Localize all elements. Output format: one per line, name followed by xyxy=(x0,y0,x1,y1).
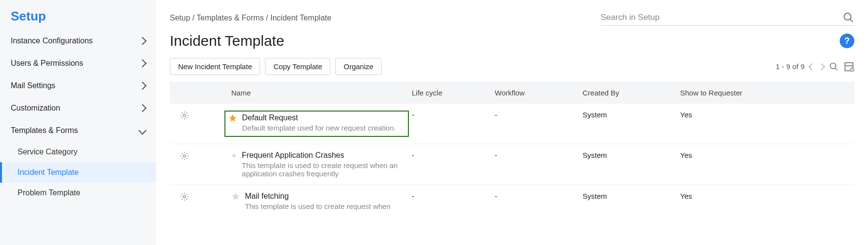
chevron-right-icon xyxy=(139,82,147,90)
star-outline-icon[interactable] xyxy=(231,151,237,160)
search-wrap xyxy=(601,10,854,26)
sidebar-item-label: Users & Permissions xyxy=(11,59,83,68)
sidebar-item-mail-settings[interactable]: Mail Settings xyxy=(0,75,156,97)
header-row: Incident Template ? xyxy=(170,33,854,49)
svg-point-2 xyxy=(830,63,836,69)
sidebar-item-label: Mail Settings xyxy=(11,81,56,90)
row-life-cycle: - xyxy=(409,111,492,119)
sidebar-item-label: Customization xyxy=(11,104,60,113)
sidebar-title: Setup xyxy=(0,9,156,30)
row-workflow: - xyxy=(492,192,580,200)
row-created-by: System xyxy=(580,192,677,200)
row-desc: This template is used to create request … xyxy=(242,161,406,178)
top-row: Setup / Templates & Forms / Incident Tem… xyxy=(170,10,854,26)
pager-next-icon[interactable] xyxy=(818,63,825,70)
table-row[interactable]: Default Request Default template used fo… xyxy=(170,104,854,144)
search-input[interactable] xyxy=(601,13,843,22)
sidebar-item-label: Instance Configurations xyxy=(11,37,93,45)
col-life-cycle[interactable]: Life cycle xyxy=(409,87,492,99)
col-created-by[interactable]: Created By xyxy=(580,87,677,99)
row-show-to-requester: Yes xyxy=(677,111,760,119)
sidebar-sub-service-category[interactable]: Service Category xyxy=(0,142,156,162)
row-show-to-requester: Yes xyxy=(677,192,760,200)
row-created-by: System xyxy=(580,111,677,119)
gear-icon[interactable] xyxy=(180,192,189,202)
svg-point-7 xyxy=(851,69,852,70)
chevron-down-icon xyxy=(139,127,147,135)
row-name: Default Request xyxy=(242,113,396,122)
page-title: Incident Template xyxy=(170,33,284,49)
sidebar-sub-label: Service Category xyxy=(18,148,78,156)
sidebar-sub-label: Incident Template xyxy=(18,168,79,177)
row-workflow: - xyxy=(492,111,580,119)
search-table-icon[interactable] xyxy=(829,62,839,72)
sidebar-sub-incident-template[interactable]: Incident Template xyxy=(0,162,156,183)
svg-line-3 xyxy=(835,68,838,70)
table-header: Name Life cycle Workflow Created By Show… xyxy=(170,82,854,104)
copy-template-button[interactable]: Copy Template xyxy=(265,58,330,75)
breadcrumb[interactable]: Setup / Templates & Forms / Incident Tem… xyxy=(170,14,331,22)
sidebar-item-customization[interactable]: Customization xyxy=(0,97,156,119)
gear-icon[interactable] xyxy=(180,111,189,120)
sidebar-item-templates-forms[interactable]: Templates & Forms xyxy=(0,119,156,142)
col-show-to-requester[interactable]: Show to Requester xyxy=(677,87,760,99)
pager-text: 1 - 9 of 9 xyxy=(776,62,805,71)
row-show-to-requester: Yes xyxy=(677,151,760,159)
svg-point-8 xyxy=(183,114,186,117)
table-settings-icon[interactable] xyxy=(844,61,854,72)
new-incident-template-button[interactable]: New Incident Template xyxy=(170,58,260,75)
svg-line-1 xyxy=(850,19,853,22)
toolbar-buttons: New Incident Template Copy Template Orga… xyxy=(170,58,382,75)
row-life-cycle: - xyxy=(409,192,492,200)
pager: 1 - 9 of 9 xyxy=(776,61,854,72)
col-workflow[interactable]: Workflow xyxy=(492,87,580,99)
svg-point-9 xyxy=(183,155,186,157)
sidebar-item-instance-configurations[interactable]: Instance Configurations xyxy=(0,30,156,52)
row-life-cycle: - xyxy=(409,151,492,159)
chevron-right-icon xyxy=(139,59,147,68)
toolbar: New Incident Template Copy Template Orga… xyxy=(170,58,854,75)
sidebar-item-users-permissions[interactable]: Users & Permissions xyxy=(0,52,156,75)
col-name[interactable]: Name xyxy=(228,87,409,99)
sidebar-sub-problem-template[interactable]: Problem Template xyxy=(0,183,156,203)
row-name-cell: Frequent Application Crashes This templa… xyxy=(228,151,409,178)
row-name: Frequent Application Crashes xyxy=(242,151,406,160)
sidebar-sub-label: Problem Template xyxy=(18,188,81,197)
sidebar: Setup Instance Configurations Users & Pe… xyxy=(0,0,156,245)
row-name-highlight: Default Request Default template used fo… xyxy=(224,111,409,137)
help-icon[interactable]: ? xyxy=(840,34,854,48)
row-desc: This template is used to create request … xyxy=(245,202,391,210)
svg-point-10 xyxy=(183,196,186,198)
chevron-right-icon xyxy=(139,37,147,45)
main: Setup / Templates & Forms / Incident Tem… xyxy=(156,0,868,245)
search-icon[interactable] xyxy=(843,12,854,23)
template-table: Name Life cycle Workflow Created By Show… xyxy=(170,82,854,217)
row-desc: Default template used for new request cr… xyxy=(242,124,396,132)
star-filled-icon[interactable] xyxy=(228,113,237,122)
star-outline-icon[interactable] xyxy=(231,192,240,201)
svg-point-0 xyxy=(844,13,851,20)
row-name-cell: Mail fetching This template is used to c… xyxy=(228,192,409,210)
gear-icon[interactable] xyxy=(180,151,189,161)
organize-button[interactable]: Organize xyxy=(335,58,382,75)
chevron-right-icon xyxy=(139,104,147,113)
pager-prev-icon[interactable] xyxy=(808,63,815,70)
row-name: Mail fetching xyxy=(245,192,391,201)
sidebar-item-label: Templates & Forms xyxy=(11,126,78,135)
row-workflow: - xyxy=(492,151,580,159)
row-created-by: System xyxy=(580,151,677,159)
table-row[interactable]: Frequent Application Crashes This templa… xyxy=(170,144,854,185)
table-row[interactable]: Mail fetching This template is used to c… xyxy=(170,185,854,217)
